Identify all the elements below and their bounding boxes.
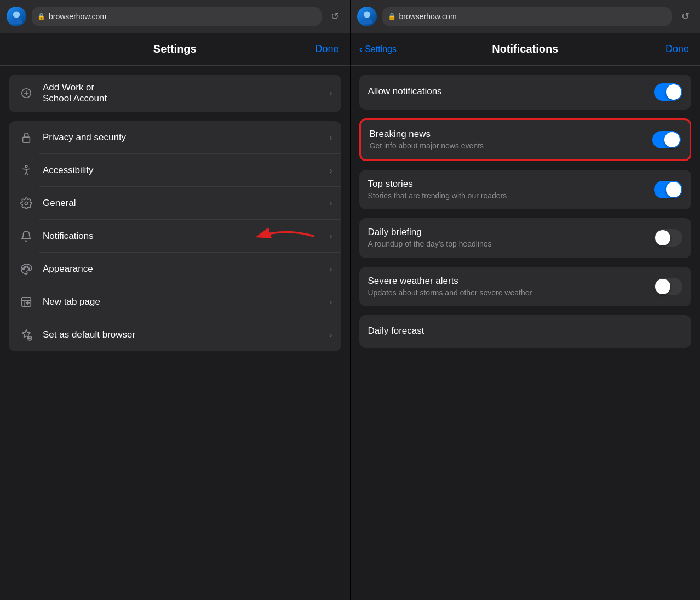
chevron-icon: › [330,199,332,208]
privacy-label: Privacy and security [43,132,330,143]
browser-url-bar[interactable]: 🔒 browserhow.com [32,7,322,26]
svg-point-7 [25,202,28,205]
settings-item-new-tab[interactable]: New tab page › [9,285,341,318]
daily-forecast-group: Daily forecast [359,315,692,348]
top-stories-title: Top stories [368,179,655,190]
top-stories-subtitle: Stories that are trending with our reade… [368,191,655,201]
browser-avatar [7,7,26,26]
chevron-icon: › [330,89,332,98]
right-lock-icon: 🔒 [388,13,396,20]
chevron-icon: › [330,232,332,241]
chevron-icon: › [330,265,332,273]
svg-point-19 [363,11,370,18]
daily-briefing-title: Daily briefing [368,227,655,238]
back-button[interactable]: ‹ Settings [359,43,397,55]
browser-bar: 🔒 browserhow.com ↺ [0,0,350,33]
work-group: Add Work orSchool Account › [9,75,341,112]
lock-icon: 🔒 [37,13,45,20]
toggle-knob [666,182,681,197]
left-header-title: Settings [153,43,197,55]
daily-briefing-item[interactable]: Daily briefing A roundup of the day's to… [359,218,692,258]
daily-briefing-group: Daily briefing A roundup of the day's to… [359,218,692,258]
star-gear-icon [18,326,35,344]
appearance-label: Appearance [43,264,330,275]
daily-forecast-item[interactable]: Daily forecast [359,315,692,348]
chevron-icon: › [330,133,332,142]
back-label: Settings [365,44,397,54]
refresh-button[interactable]: ↺ [327,8,343,25]
settings-item-appearance[interactable]: Appearance › [9,253,341,285]
add-work-label: Add Work orSchool Account [43,82,330,105]
left-done-button[interactable]: Done [315,43,338,55]
svg-point-20 [361,19,372,25]
severe-weather-subtitle: Updates about storms and other severe we… [368,288,655,298]
allow-notifications-toggle[interactable] [654,83,682,101]
severe-weather-title: Severe weather alerts [368,276,655,287]
top-stories-item[interactable]: Top stories Stories that are trending wi… [359,170,692,209]
settings-item-add-work[interactable]: Add Work orSchool Account › [9,75,341,112]
settings-item-notifications[interactable]: Notifications › [9,220,341,253]
notifications-list: Allow notifications Breaking news Get in… [351,66,701,600]
new-tab-label: New tab page [43,296,330,307]
general-label: General [43,198,330,209]
svg-point-10 [24,266,26,267]
right-browser-avatar [357,7,377,26]
url-text: browserhow.com [49,12,106,21]
back-chevron-icon: ‹ [359,43,363,55]
allow-notifications-group: Allow notifications [359,75,692,110]
svg-point-12 [28,268,30,270]
left-panel: 🔒 browserhow.com ↺ Settings Done Add Wor… [0,0,350,600]
right-refresh-button[interactable]: ↺ [677,8,693,25]
breaking-news-item[interactable]: Breaking news Get info about major news … [361,120,690,159]
severe-weather-toggle[interactable] [654,278,682,295]
allow-notifications-item[interactable]: Allow notifications [359,75,692,110]
left-header: Settings Done [0,33,350,66]
chevron-icon: › [330,330,332,339]
daily-briefing-toggle[interactable] [654,229,682,247]
svg-point-11 [27,266,28,267]
accessibility-icon [18,162,35,179]
svg-point-9 [23,268,25,270]
top-stories-toggle[interactable] [654,181,682,198]
daily-forecast-title: Daily forecast [368,325,683,336]
breaking-news-toggle[interactable] [652,131,681,148]
settings-list: Add Work orSchool Account › Privacy and … [0,66,350,600]
toggle-knob [666,84,681,100]
svg-point-6 [25,165,27,168]
settings-item-general[interactable]: General › [9,187,341,220]
right-header-title: Notifications [492,43,558,55]
lock-icon [18,129,35,146]
right-panel: 🔒 browserhow.com ↺ ‹ Settings Notificati… [351,0,701,600]
severe-weather-item[interactable]: Severe weather alerts Updates about stor… [359,267,692,306]
svg-rect-5 [23,137,30,142]
right-browser-bar: 🔒 browserhow.com ↺ [351,0,701,33]
allow-notifications-title: Allow notifications [368,86,655,97]
chevron-icon: › [330,166,332,175]
svg-rect-13 [22,298,31,307]
settings-item-privacy[interactable]: Privacy and security › [9,121,341,154]
right-done-button[interactable]: Done [665,43,689,55]
accessibility-label: Accessibility [43,165,330,176]
appearance-icon [18,260,35,278]
plus-circle-icon [18,84,35,102]
gear-icon [18,195,35,212]
toggle-knob [655,279,670,294]
right-url-text: browserhow.com [399,12,457,21]
notifications-label: Notifications [43,231,330,242]
settings-item-default-browser[interactable]: Set as default browser › [9,318,341,351]
bell-icon [18,227,35,245]
top-stories-group: Top stories Stories that are trending wi… [359,170,692,209]
svg-point-1 [11,19,22,25]
breaking-news-group: Breaking news Get info about major news … [359,118,692,161]
toggle-knob [655,230,670,245]
right-browser-url-bar[interactable]: 🔒 browserhow.com [382,7,672,26]
main-settings-group: Privacy and security › Accessibility › [9,121,341,351]
default-browser-label: Set as default browser [43,329,330,340]
chevron-icon: › [330,298,332,306]
right-header: ‹ Settings Notifications Done [351,33,701,66]
settings-item-accessibility[interactable]: Accessibility › [9,154,341,187]
daily-briefing-subtitle: A roundup of the day's top headlines [368,239,655,249]
breaking-news-title: Breaking news [370,129,653,140]
new-tab-icon [18,293,35,311]
svg-point-0 [13,11,20,18]
